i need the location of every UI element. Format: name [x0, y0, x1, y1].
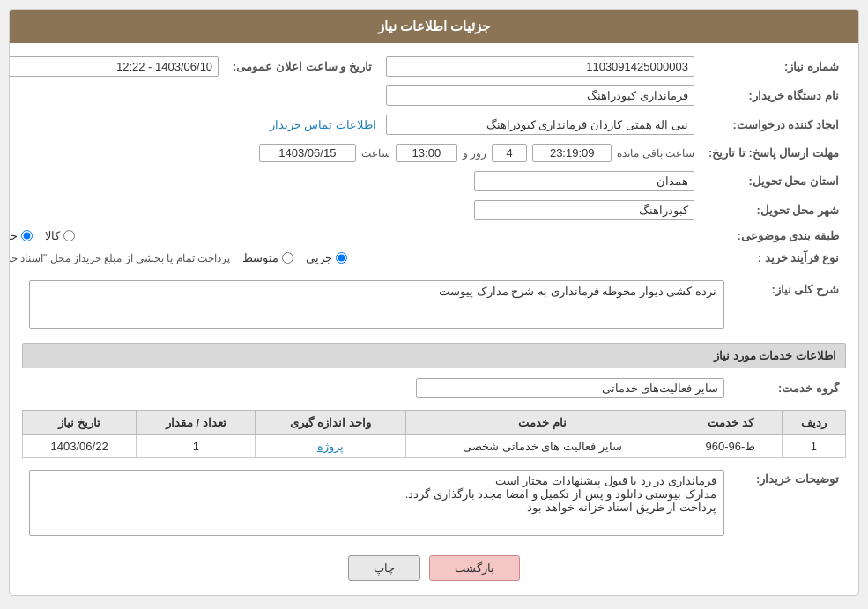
province-label: استان محل تحویل:	[701, 167, 846, 196]
reply-remaining-label: ساعت باقی مانده	[617, 147, 694, 160]
need-desc-label: شرح کلی نیاز:	[731, 276, 846, 336]
service-date-cell: 1403/06/22	[23, 435, 137, 458]
buyer-notes-label: توضیحات خریدار:	[731, 465, 846, 543]
creator-contact-link[interactable]: اطلاعات تماس خریدار	[270, 118, 376, 131]
col-unit: واحد اندازه گیری	[256, 411, 405, 435]
province-value: همدان	[474, 171, 694, 191]
service-code-cell: ط-96-960	[679, 435, 782, 458]
purchase-type-radio-group: پرداخت تمام یا بخشی از مبلغ خریداز محل "…	[9, 251, 694, 264]
city-value: کبودراهنگ	[474, 200, 694, 220]
col-name: نام خدمت	[405, 411, 679, 435]
col-date: تاریخ نیاز	[23, 411, 137, 435]
reply-time-label: ساعت	[361, 147, 390, 160]
service-group-table: گروه خدمت: سایر فعالیت‌های خدماتی	[22, 374, 846, 403]
creator-value: نبی اله همتی کاردان فرمانداری کبودراهنگ	[386, 115, 694, 135]
service-group-label: گروه خدمت:	[731, 374, 846, 403]
service-count-cell: 1	[137, 435, 256, 458]
creator-label: ایجاد کننده درخواست:	[701, 110, 846, 139]
main-info-table: شماره نیاز: 1103091425000003 تاریخ و ساع…	[9, 52, 846, 269]
row-num-cell: 1	[782, 435, 845, 458]
print-button[interactable]: چاپ	[348, 555, 420, 581]
services-data-table: ردیف کد خدمت نام خدمت واحد اندازه گیری ت…	[22, 410, 846, 458]
purchase-type-option-1[interactable]: جزیی	[306, 251, 347, 264]
reply-days-label: روز و	[463, 147, 486, 160]
category-label: طبقه بندی موضوعی:	[701, 225, 846, 247]
buyer-notes-table: توضیحات خریدار:	[22, 465, 846, 543]
purchase-type-note: پرداخت تمام یا بخشی از مبلغ خریداز محل "…	[9, 252, 230, 264]
announce-date-value: 1403/06/10 - 12:22	[9, 56, 219, 77]
reply-date: 1403/06/15	[259, 144, 356, 162]
service-unit-cell: پروژه	[256, 435, 405, 458]
buyer-notes-textarea[interactable]	[29, 470, 724, 536]
reply-days: 4	[492, 144, 527, 162]
button-row: بازگشت چاپ	[22, 555, 846, 581]
table-row: 1ط-96-960سایر فعالیت های خدماتی شخصیپروژ…	[23, 435, 846, 458]
need-desc-table: شرح کلی نیاز:	[22, 276, 846, 336]
col-row: ردیف	[782, 411, 845, 435]
back-button[interactable]: بازگشت	[429, 555, 520, 581]
service-name-cell: سایر فعالیت های خدماتی شخصی	[405, 435, 679, 458]
page-title: جزئیات اطلاعات نیاز	[10, 10, 858, 43]
col-count: تعداد / مقدار	[137, 411, 256, 435]
purchase-type-label: نوع فرآیند خرید :	[701, 247, 846, 269]
service-group-value: سایر فعالیت‌های خدماتی	[416, 378, 724, 398]
category-option-1[interactable]: کالا	[45, 229, 75, 242]
reply-deadline-label: مهلت ارسال پاسخ: تا تاریخ:	[701, 139, 846, 167]
purchase-type-option-2[interactable]: متوسط	[242, 251, 293, 264]
reply-time: 13:00	[396, 144, 457, 162]
category-radio-group: کالا/خدمت خدمت کالا	[9, 229, 694, 242]
services-section-header: اطلاعات خدمات مورد نیاز	[22, 343, 846, 368]
buyer-org-value: فرمانداری کبودراهنگ	[386, 85, 694, 106]
need-number-value: 1103091425000003	[386, 56, 694, 77]
col-code: کد خدمت	[679, 411, 782, 435]
announce-date-label: تاریخ و ساعت اعلان عمومی:	[226, 52, 379, 81]
buyer-org-label: نام دستگاه خریدار:	[701, 81, 846, 110]
need-number-label: شماره نیاز:	[701, 52, 846, 81]
reply-remaining: 23:19:09	[532, 144, 612, 162]
city-label: شهر محل تحویل:	[701, 196, 846, 225]
unit-link[interactable]: پروژه	[317, 440, 344, 453]
category-option-2[interactable]: خدمت	[9, 229, 33, 242]
need-desc-textarea[interactable]	[29, 280, 724, 329]
